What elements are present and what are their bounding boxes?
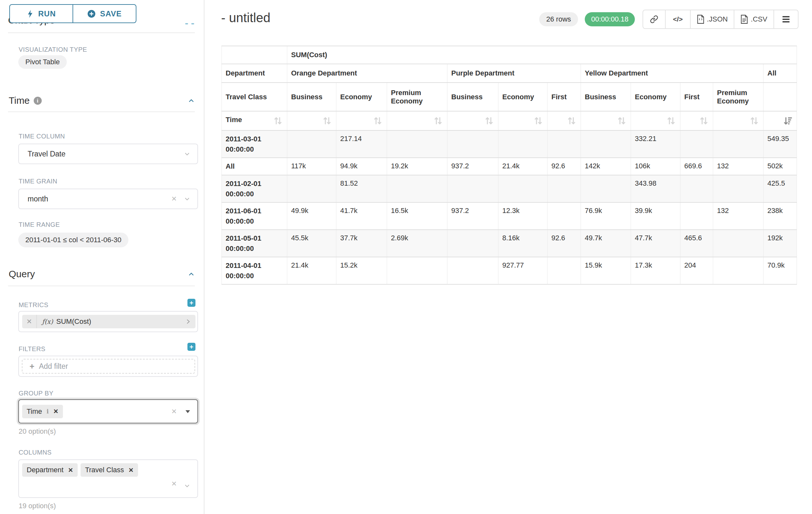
time-column-label: TIME COLUMN: [19, 133, 65, 140]
clear-icon[interactable]: ✕: [171, 408, 177, 415]
query-timer-badge: 00:00:00.18: [585, 12, 635, 26]
sort-icon[interactable]: [322, 116, 332, 126]
time-range-label: TIME RANGE: [19, 221, 60, 228]
column-sort-header[interactable]: [581, 111, 631, 130]
row-label-cell: 2011-05-01 00:00:00: [222, 230, 287, 257]
value-cell: [680, 130, 713, 158]
value-cell: 49.9k: [287, 202, 336, 230]
clear-icon[interactable]: ✕: [171, 195, 177, 203]
value-cell: 41.7k: [336, 202, 387, 230]
time-section-header[interactable]: Time i: [9, 95, 42, 106]
row-label-cell: 2011-04-01 00:00:00: [222, 257, 287, 284]
column-sort-header[interactable]: [763, 111, 797, 130]
columns-token[interactable]: Department ✕: [22, 463, 78, 477]
remove-token-icon[interactable]: ✕: [128, 466, 134, 474]
time-column-select[interactable]: Travel Date: [18, 143, 198, 164]
column-sort-header[interactable]: [336, 111, 387, 130]
groupby-control[interactable]: Time i ✕ ✕: [18, 399, 198, 424]
metric-token[interactable]: ✕ ƒ(x) SUM(Cost): [22, 315, 196, 328]
sort-desc-icon[interactable]: [782, 116, 793, 126]
value-cell: 343.98: [631, 175, 680, 202]
value-cell: 21.4k: [498, 158, 548, 175]
travel-class-header: Business: [581, 83, 631, 111]
sort-icon[interactable]: [666, 116, 676, 126]
value-cell: 669.6: [680, 158, 713, 175]
column-sort-header[interactable]: [631, 111, 680, 130]
column-sort-header[interactable]: [387, 111, 447, 130]
column-sort-header[interactable]: [447, 111, 498, 130]
value-cell: [548, 130, 581, 158]
time-grain-select[interactable]: month ✕: [18, 189, 198, 209]
add-filter-field[interactable]: + Add filter: [22, 359, 195, 374]
menu-button[interactable]: [774, 10, 798, 28]
sort-icon[interactable]: [567, 116, 577, 126]
sort-icon[interactable]: [484, 116, 494, 126]
column-sort-header[interactable]: [287, 111, 336, 130]
value-cell: 2.69k: [387, 230, 447, 257]
sort-icon[interactable]: [699, 116, 709, 126]
add-filter-button[interactable]: +: [187, 343, 196, 351]
value-cell: 15.2k: [336, 257, 387, 284]
value-cell: [387, 130, 447, 158]
value-cell: 37.7k: [336, 230, 387, 257]
value-cell: [447, 130, 498, 158]
columns-control[interactable]: Department ✕ Travel Class ✕ ✕: [18, 459, 198, 498]
value-cell: [447, 175, 498, 202]
chevron-down-icon: [184, 196, 190, 202]
column-sort-header[interactable]: [498, 111, 548, 130]
visualization-type-pill[interactable]: Pivot Table: [18, 55, 67, 69]
remove-token-icon[interactable]: ✕: [68, 466, 73, 474]
section-divider: [8, 32, 195, 33]
remove-token-icon[interactable]: ✕: [53, 408, 58, 415]
export-csv-button[interactable]: .CSV: [734, 10, 774, 28]
columns-token[interactable]: Travel Class ✕: [81, 463, 138, 477]
row-label-cell: 2011-06-01 00:00:00: [222, 202, 287, 230]
column-sort-header[interactable]: [713, 111, 763, 130]
column-sort-header[interactable]: [548, 111, 581, 130]
collapse-chevron-icon[interactable]: [188, 271, 195, 278]
time-sort-header[interactable]: Time: [222, 111, 287, 130]
value-cell: 17.3k: [631, 257, 680, 284]
department-group-header: All: [763, 64, 797, 83]
value-cell: 238k: [763, 202, 797, 230]
value-cell: 15.9k: [581, 257, 631, 284]
save-button[interactable]: SAVE: [73, 4, 137, 23]
remove-metric-icon[interactable]: ✕: [22, 315, 37, 328]
department-group-header: Purple Department: [447, 64, 581, 83]
time-range-pill[interactable]: 2011-01-01 ≤ col < 2011-06-30: [18, 233, 128, 247]
sort-icon[interactable]: [616, 116, 627, 126]
column-sort-header[interactable]: [680, 111, 713, 130]
view-query-button[interactable]: </>: [666, 10, 691, 28]
chevron-right-icon[interactable]: [185, 319, 191, 324]
travel-class-header: First: [680, 83, 713, 111]
sort-icon[interactable]: [373, 116, 383, 126]
groupby-token[interactable]: Time i ✕: [22, 405, 63, 418]
sort-icon[interactable]: [533, 116, 543, 126]
query-section-header[interactable]: Query: [9, 269, 35, 279]
value-cell: 549.35: [763, 130, 797, 158]
sort-icon[interactable]: [273, 116, 283, 126]
info-icon: i: [47, 408, 49, 415]
share-link-button[interactable]: [643, 10, 666, 28]
travel-class-header: Economy: [631, 83, 680, 111]
metrics-control[interactable]: ✕ ƒ(x) SUM(Cost): [18, 311, 198, 332]
value-cell: 132: [713, 158, 763, 175]
chevron-down-icon: [184, 151, 190, 157]
export-json-button[interactable]: .JSON: [691, 10, 734, 28]
chart-title[interactable]: - untitled: [221, 10, 270, 25]
department-group-header: Yellow Department: [581, 64, 763, 83]
filters-control: + Add filter: [18, 356, 198, 377]
caret-down-icon[interactable]: [185, 410, 190, 413]
add-metric-button[interactable]: +: [187, 299, 196, 307]
export-button-group: </> .JSON .CSV: [642, 10, 799, 29]
run-button[interactable]: RUN: [9, 4, 73, 23]
sort-icon[interactable]: [433, 116, 443, 126]
travel-class-header: Economy: [336, 83, 387, 111]
collapse-chevron-icon[interactable]: [188, 97, 195, 104]
clear-icon[interactable]: ✕: [171, 480, 177, 488]
travel-class-header: [763, 83, 797, 111]
run-save-button-group: RUN SAVE: [9, 4, 137, 23]
sort-icon[interactable]: [749, 116, 759, 126]
value-cell: [680, 175, 713, 202]
groupby-label: GROUP BY: [19, 390, 53, 397]
